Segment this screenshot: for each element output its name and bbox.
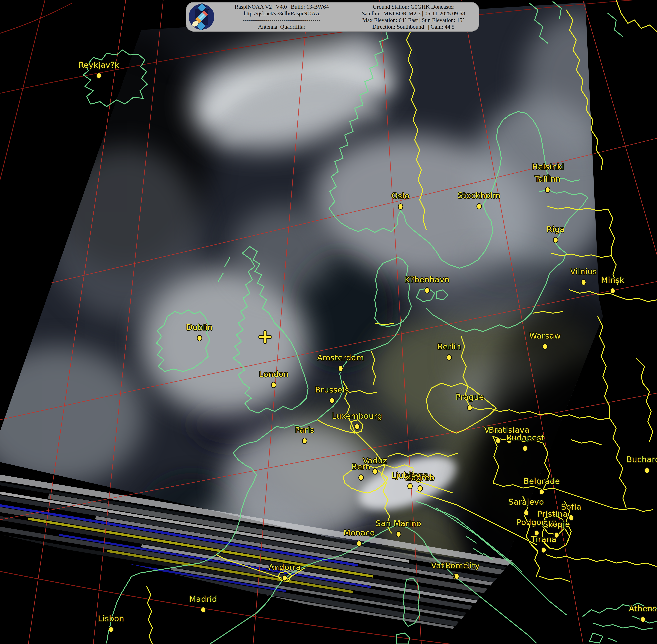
city-dot bbox=[197, 335, 202, 341]
city-label: Paris bbox=[295, 425, 314, 434]
city-label: Luxembourg bbox=[332, 411, 382, 420]
elevation-line: Max Elevation: 64° East | Sun Elevation:… bbox=[348, 17, 479, 23]
city-label: Bern bbox=[352, 462, 370, 471]
city-dot bbox=[640, 616, 646, 622]
city-label: San Marino bbox=[376, 519, 421, 528]
city-dot bbox=[418, 485, 423, 491]
city-layer: Reykjav?kOsloStockholmHelsinkiTallinnRig… bbox=[0, 0, 657, 644]
city-dot bbox=[542, 344, 548, 350]
city-dot bbox=[495, 438, 501, 444]
city-label: Skopje bbox=[543, 520, 570, 529]
city-dot bbox=[96, 73, 101, 79]
city-label: Athens bbox=[629, 604, 657, 613]
city-dot bbox=[523, 445, 528, 452]
city-dot bbox=[644, 467, 650, 474]
city-dot bbox=[523, 510, 529, 516]
satellite-logo-icon bbox=[188, 3, 215, 30]
city-label: Lisbon bbox=[98, 614, 124, 623]
city-label: Belgrade bbox=[523, 477, 560, 486]
header-station-info: RaspiNOAA V2 | V4.0 | Build: 13-BW64 htt… bbox=[216, 3, 348, 30]
city-label: Riga bbox=[546, 225, 565, 234]
header-card: RaspiNOAA V2 | V4.0 | Build: 13-BW64 htt… bbox=[186, 2, 479, 32]
city-label: Rome bbox=[445, 561, 468, 570]
city-dot bbox=[476, 203, 482, 209]
city-dot bbox=[372, 468, 378, 475]
city-dot bbox=[581, 279, 586, 285]
city-dot bbox=[302, 438, 307, 444]
city-dot bbox=[398, 203, 403, 210]
city-dot bbox=[610, 288, 615, 294]
city-label: Reykjav?k bbox=[78, 60, 119, 69]
city-label: K?benhavn bbox=[405, 275, 450, 284]
satellite-line: Satellite: METEOR-M2 3 | 05-11-2025 09:5… bbox=[348, 10, 479, 17]
city-label: Minsk bbox=[601, 275, 624, 284]
city-label: Helsinki bbox=[532, 162, 564, 171]
city-label: Warsaw bbox=[529, 331, 561, 340]
city-dot bbox=[329, 397, 335, 404]
app-version-line: RaspiNOAA V2 | V4.0 | Build: 13-BW64 bbox=[216, 3, 348, 10]
city-dot bbox=[354, 423, 360, 430]
ground-station-line: Ground Station: G0GHK Doncaster bbox=[348, 3, 479, 10]
city-dot bbox=[201, 607, 206, 613]
header-pass-info: Ground Station: G0GHK Doncaster Satellit… bbox=[348, 3, 479, 30]
city-dot bbox=[407, 483, 413, 489]
city-label: Pristina bbox=[537, 509, 568, 519]
city-label: Vilnius bbox=[570, 267, 597, 276]
city-dot bbox=[282, 575, 287, 581]
city-label: Prague bbox=[456, 392, 484, 401]
city-label: Budapest bbox=[506, 433, 544, 442]
city-dot bbox=[424, 287, 430, 294]
city-dot bbox=[271, 382, 277, 388]
city-label: Andorra bbox=[268, 562, 301, 572]
city-label: Dublin bbox=[186, 323, 213, 332]
city-dot bbox=[454, 573, 459, 579]
city-dot bbox=[396, 531, 401, 537]
antenna-line: Antenna: Quadrifilar bbox=[216, 23, 348, 30]
direction-gain-line: Direction: Southbound | | Gain: 44.5 bbox=[348, 23, 479, 30]
city-label: Berlin bbox=[437, 342, 461, 351]
city-label: London bbox=[259, 369, 289, 378]
ground-station-marker: + bbox=[257, 325, 274, 348]
city-label: Brussels bbox=[315, 385, 349, 394]
city-label: Oslo bbox=[392, 191, 409, 200]
app-url-line: http://qsl.net/ve3elb/RaspiNOAA bbox=[216, 10, 348, 17]
city-label: Sarajevo bbox=[509, 497, 544, 506]
city-dot bbox=[358, 475, 364, 481]
city-label: Madrid bbox=[189, 594, 217, 603]
city-dot bbox=[109, 626, 114, 632]
city-label: Zagreb bbox=[406, 473, 435, 482]
city-dot bbox=[553, 237, 558, 243]
city-label: Amsterdam bbox=[317, 353, 364, 362]
city-label: Bucharest bbox=[627, 455, 657, 464]
city-dot bbox=[467, 405, 472, 411]
city-label: Monaco bbox=[344, 528, 375, 537]
city-dot bbox=[541, 547, 546, 553]
city-label: Tallinn bbox=[535, 174, 560, 183]
city-dot bbox=[338, 365, 343, 372]
city-dot bbox=[539, 489, 544, 495]
city-label: Tirana bbox=[531, 534, 557, 544]
city-dot bbox=[356, 540, 362, 547]
city-dot bbox=[446, 354, 452, 361]
city-dot bbox=[545, 187, 550, 193]
city-label: Stockholm bbox=[458, 191, 500, 200]
header-divider: -------------------------------------- bbox=[216, 17, 348, 23]
